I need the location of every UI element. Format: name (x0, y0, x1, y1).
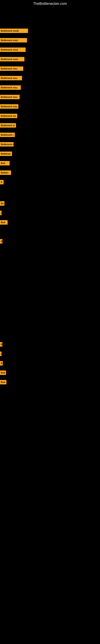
bar-item: Bott (0, 380, 6, 384)
bar-label: B (1, 181, 2, 183)
bar-label: Bottleneck resu (1, 77, 17, 79)
bar-label: Bottlenec (1, 152, 11, 155)
bar-item: B (0, 361, 3, 366)
bar-label: | (1, 352, 1, 355)
bar-item: Bottleneck resu (0, 104, 18, 109)
bar-label: B (1, 240, 2, 242)
bar-label: Bottleneck r (1, 143, 14, 146)
bar-item: B (0, 239, 2, 244)
bar-label: Bottleneck resu (1, 96, 17, 98)
bar-item: B (0, 180, 3, 184)
bar-item: Bott (0, 161, 10, 166)
bar-item: Bottleneck resul (0, 38, 27, 42)
bar-item: Bottleneck r (0, 132, 15, 137)
bar-label: Bo (1, 202, 4, 205)
bar-item: Bott (0, 370, 6, 375)
bar-label: B (1, 343, 2, 346)
bar-item: Bottleneck resu (0, 66, 23, 71)
bar-label: Bottleneck resul (1, 48, 18, 51)
bar-item: | (0, 211, 1, 215)
bar-label: Bottleneck resu (1, 105, 17, 108)
bar-item: B (0, 342, 2, 346)
bar-label: Bottleneck result (1, 30, 19, 32)
bar-label: Bott (1, 381, 5, 384)
bar-item: Bottlenec (0, 152, 12, 156)
bar-item: Bottlen (0, 170, 11, 175)
bar-item: Bottleneck resul (0, 57, 24, 62)
bar-item: Bottleneck resu (0, 76, 22, 80)
bar-label: Bottleneck resul (1, 39, 18, 42)
bar-label: Bott (1, 162, 5, 164)
bar-item: Bottleneck resul (0, 48, 26, 52)
bar-item: Bottleneck resu (0, 95, 20, 99)
bar-label: Bott (1, 372, 5, 374)
bar-label: Bottleneck re (1, 124, 15, 126)
bar-label: B (1, 362, 2, 364)
bar-label: Bottleneck res (1, 115, 16, 117)
bar-item: Bottleneck result (0, 28, 28, 33)
bar-label: Bottleneck resul (1, 58, 18, 60)
bar-item: | (0, 352, 1, 356)
bar-item: Bott (0, 220, 8, 224)
bar-label: | (1, 212, 1, 214)
bar-label: Bottleneck resu (1, 86, 17, 89)
bar-item: Bo (0, 201, 4, 206)
site-title: TheBottlenecker.com (0, 0, 100, 8)
bar-item: Bottleneck re (0, 123, 16, 128)
bar-label: Bottlen (1, 172, 8, 174)
bar-label: Bottleneck r (1, 134, 14, 136)
bar-label: Bottleneck resu (1, 68, 17, 70)
bar-label: Bott (1, 221, 5, 224)
bar-item: Bottleneck resu (0, 85, 21, 90)
bar-item: Bottleneck res (0, 114, 17, 118)
bar-item: Bottleneck r (0, 142, 14, 146)
